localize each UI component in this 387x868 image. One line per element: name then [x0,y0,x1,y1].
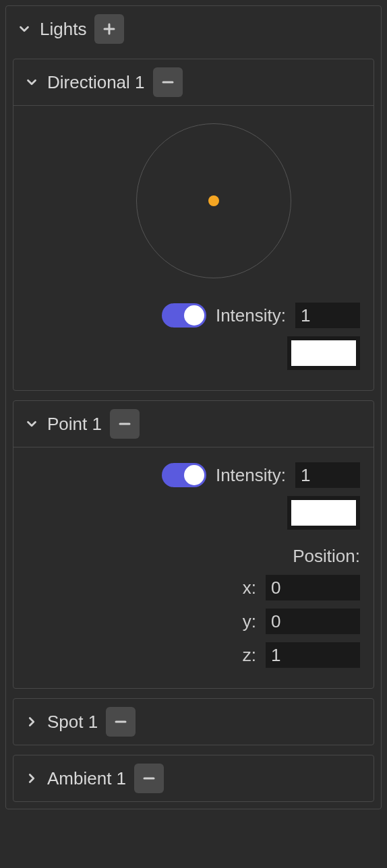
chevron-right-icon[interactable] [24,714,39,729]
color-row [27,492,360,534]
remove-light-button[interactable] [106,707,136,737]
add-light-button[interactable] [94,14,124,44]
intensity-row: Intensity: [27,299,360,332]
light-title: Ambient 1 [47,768,126,789]
lights-panel-header: Lights [6,6,381,52]
chevron-down-icon[interactable] [24,416,39,431]
intensity-label: Intensity: [216,465,286,486]
intensity-input[interactable] [295,462,360,488]
light-item-ambient: Ambient 1 [13,755,374,802]
light-title: Spot 1 [47,712,98,733]
color-swatch[interactable] [287,336,360,370]
light-item-point: Point 1 Intensity: Position: x: [13,400,374,689]
light-title: Point 1 [47,414,102,435]
remove-light-button[interactable] [134,764,164,793]
remove-light-button[interactable] [153,67,183,97]
position-label: Position: [27,534,360,571]
direction-dot-icon[interactable] [208,195,219,206]
axis-label-y: y: [243,611,256,632]
light-header-ambient: Ambient 1 [13,755,374,801]
chevron-right-icon[interactable] [24,771,39,786]
light-body-point: Intensity: Position: x: y: z: [13,447,374,688]
position-x-row: x: [27,571,360,604]
color-swatch[interactable] [287,496,360,530]
light-body-directional: Intensity: [13,105,374,390]
axis-label-z: z: [243,645,256,666]
intensity-label: Intensity: [216,305,286,326]
position-y-input[interactable] [266,609,360,634]
position-z-input[interactable] [266,642,360,668]
position-x-input[interactable] [266,575,360,600]
color-row [27,332,360,374]
enable-toggle[interactable] [162,463,206,487]
chevron-down-icon[interactable] [24,75,39,90]
light-title: Directional 1 [47,72,145,93]
light-item-spot: Spot 1 [13,698,374,745]
position-y-row: y: [27,604,360,638]
chevron-down-icon[interactable] [17,22,32,36]
axis-label-x: x: [243,578,256,598]
lights-list: Directional 1 Intensity: [6,52,381,809]
lights-panel-title: Lights [40,19,86,40]
light-header-directional: Directional 1 [13,59,374,105]
enable-toggle[interactable] [162,303,206,328]
light-header-point: Point 1 [13,401,374,447]
light-header-spot: Spot 1 [13,699,374,745]
position-z-row: z: [27,638,360,672]
direction-widget[interactable] [27,117,360,299]
intensity-row: Intensity: [27,458,360,492]
intensity-input[interactable] [295,303,360,328]
light-item-directional: Directional 1 Intensity: [13,59,374,391]
lights-panel: Lights Directional 1 [5,5,382,809]
direction-circle[interactable] [136,123,291,278]
remove-light-button[interactable] [110,409,140,439]
